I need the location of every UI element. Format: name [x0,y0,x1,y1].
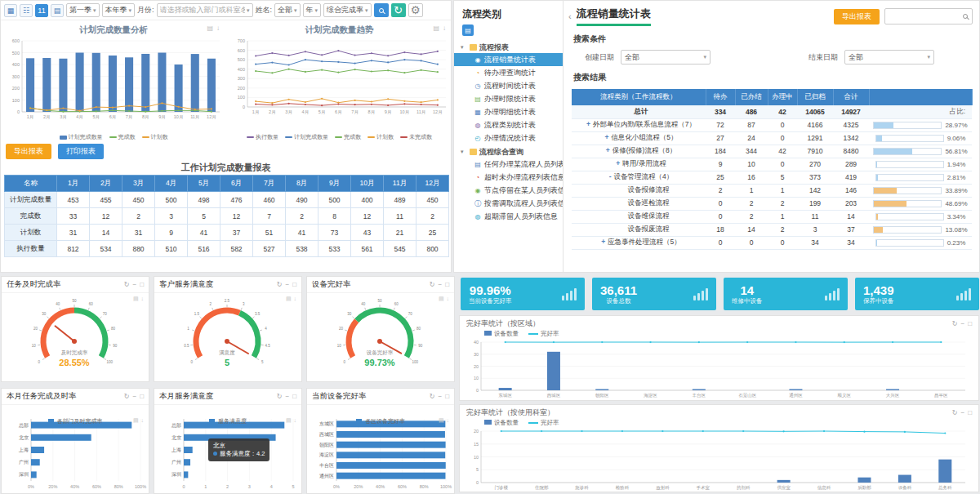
legend-item[interactable]: 完好率 [528,330,559,338]
tree-item[interactable]: ▦办理明细统计表 [454,105,563,118]
table-row[interactable]: +聘用/录用流程91002702891.94% [572,158,972,171]
maximize-icon[interactable]: □ [968,409,972,416]
name-select[interactable]: 全部▾ [274,3,301,17]
legend-item[interactable]: 执行数量 [247,133,278,140]
toolbox-download-icon[interactable]: ↓ [141,417,145,424]
rows-view-icon[interactable]: ▤ [51,4,64,17]
toolbox-download-icon[interactable]: ↓ [216,24,220,32]
minimize-icon[interactable]: − [285,393,289,400]
toolbox-download-icon[interactable]: ↓ [447,417,450,424]
legend-item[interactable]: 完成数 [109,133,136,140]
refresh-icon[interactable]: ↻ [124,393,130,400]
tree-item[interactable]: ◷流程时间统计表 [454,79,563,92]
department-select[interactable]: 请选择或输入部门或科室名称▾ [157,3,253,17]
tree-expander-icon[interactable]: ▾ [461,44,467,51]
legend-item[interactable]: 计划数 [368,133,394,140]
legend-item[interactable]: 设备数量 [484,419,519,427]
grid-view-icon[interactable]: ▦ [4,4,17,17]
refresh-button[interactable]: ↻ [391,3,406,17]
search-input[interactable] [889,12,958,20]
maximize-icon[interactable]: □ [968,320,972,327]
settings-button[interactable]: ⚙ [408,3,423,17]
table-row[interactable]: -设备管理流程（4）251653734192.81% [572,171,972,184]
tree-item[interactable]: ◉节点停留在某人员列表信息 [454,184,563,197]
row-expander-icon[interactable]: + [616,159,620,167]
legend-item[interactable]: 计划完成数量 [60,133,103,140]
toolbox-dataview-icon[interactable]: ▤ [133,296,139,302]
tree-item[interactable]: ▤办理时限统计表 [454,92,563,105]
table-row[interactable]: 设备报修流程21114214633.89% [572,184,972,197]
year-select[interactable]: 年▾ [303,3,322,17]
table-row[interactable]: +保修(报修)流程（8）184344427910848056.81% [572,145,972,158]
tree-item[interactable]: ▤任何办理某流程人员列表信息 [454,158,563,171]
toolbox-download-icon[interactable]: ↓ [443,24,446,32]
toolbox-dataview-icon[interactable]: ▤ [439,417,444,424]
tree-item[interactable]: ◴办理情况统计表 [454,131,563,145]
refresh-icon[interactable]: ↻ [277,393,283,400]
toolbox-dataview-icon[interactable]: ▤ [433,24,439,32]
maximize-icon[interactable]: □ [292,393,296,400]
metric-select[interactable]: 综合完成率▾ [323,3,372,17]
legend-item[interactable]: 未完成数 [400,133,432,140]
refresh-icon[interactable]: ↻ [430,393,435,400]
refresh-icon[interactable]: ↻ [430,281,435,288]
create-date-select[interactable]: 全部▾ [621,50,710,65]
maximize-icon[interactable]: □ [140,281,144,288]
search-icon[interactable] [963,14,968,19]
minimize-icon[interactable]: − [285,281,289,288]
toolbox-dataview-icon[interactable]: ▤ [286,296,292,302]
maximize-icon[interactable]: □ [445,281,449,288]
table-row[interactable]: 设备巡检流程02219920348.69% [572,197,972,210]
refresh-icon[interactable]: ↻ [952,409,958,416]
tree-item[interactable]: ⓘ按需调取流程人员列表信息 [454,197,563,210]
tree-item[interactable]: ◉流程销量统计表 [454,53,563,66]
toolbox-download-icon[interactable]: ↓ [141,296,145,302]
legend-item[interactable]: 设备数量 [484,330,519,338]
row-expander-icon[interactable]: + [601,238,605,246]
row-expander-icon[interactable]: + [606,146,610,154]
chevron-left-icon[interactable]: ‹ [568,11,572,21]
toolbox-download-icon[interactable]: ↓ [447,296,450,302]
table-row[interactable]: 设备报废流程1814233713.08% [572,223,972,236]
maximize-icon[interactable]: □ [292,281,296,288]
toolbox-download-icon[interactable]: ↓ [294,296,297,302]
row-expander-icon[interactable]: + [586,120,590,128]
table-row[interactable]: 总计334486421406514927占比: [572,105,972,118]
table-row[interactable]: +应急事件处理流程（5）00034340.23% [572,236,972,249]
toolbox-dataview-icon[interactable]: ▤ [207,24,213,32]
minimize-icon[interactable]: − [132,281,136,288]
minimize-icon[interactable]: − [438,281,442,288]
legend-item[interactable]: 计划完成数量 [285,133,328,140]
tree-group[interactable]: ▾流程报表 [454,40,563,53]
row-expander-icon[interactable]: - [609,172,612,180]
tree-item[interactable]: ◔待办理查询统计 [454,66,563,79]
refresh-icon[interactable]: ↻ [277,281,283,288]
refresh-icon[interactable]: ↻ [952,320,958,327]
print-report-button[interactable]: 打印报表 [58,144,104,159]
export-report-button[interactable]: 导出报表 [834,9,880,24]
minimize-icon[interactable]: − [960,409,964,416]
tree-group[interactable]: ▾流程综合查询 [454,145,563,158]
scope-select[interactable]: 本年季▾ [102,3,136,17]
legend-item[interactable]: 完好率 [528,419,559,427]
legend-item[interactable]: 计划数 [142,133,168,140]
tree-item[interactable]: ◍流程类别统计表 [454,118,563,131]
end-date-select[interactable]: 全部▾ [844,50,934,65]
badge-indicator[interactable]: 11 [35,4,48,17]
maximize-icon[interactable]: □ [140,393,144,400]
maximize-icon[interactable]: □ [445,393,449,400]
toolbox-dataview-icon[interactable]: ▤ [439,296,444,302]
tree-menu-icon[interactable]: ▤ [462,24,474,36]
table-row[interactable]: +信息化小组流程（5）27240129113429.06% [572,131,972,145]
tree-item[interactable]: ◔超时未办理流程列表信息 [454,171,563,184]
refresh-icon[interactable]: ↻ [124,281,130,288]
table-row[interactable]: 设备维保流程02111143.34% [572,210,972,223]
legend-item[interactable]: 完成数 [335,133,361,140]
row-expander-icon[interactable]: + [604,133,608,141]
tree-item[interactable]: ◍超期滞留人员列表信息 [454,210,563,223]
tree-expander-icon[interactable]: ▾ [461,149,467,155]
quarter-select[interactable]: 第一季▾ [66,3,100,17]
minimize-icon[interactable]: − [132,393,136,400]
minimize-icon[interactable]: − [960,320,964,327]
toolbox-download-icon[interactable]: ↓ [294,417,297,424]
